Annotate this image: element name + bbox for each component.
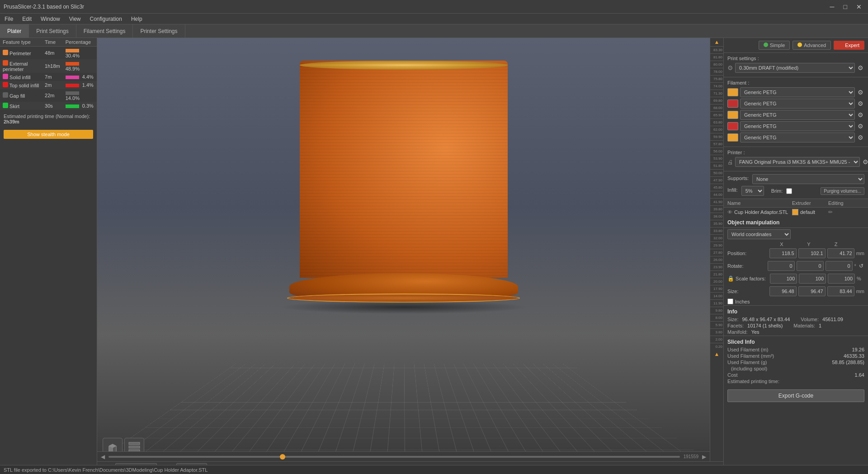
size-y-input[interactable] [798,286,826,296]
export-gcode-btn[interactable]: Export G-code [727,389,864,402]
close-btn[interactable]: ✕ [854,2,864,11]
filament-select-0[interactable]: Generic PETG [740,87,855,97]
print-settings-label: Print settings : [727,56,864,61]
filament-edit-btn-4[interactable]: ⚙ [857,133,864,142]
rotate-reset-btn[interactable]: ↺ [858,262,864,270]
position-z-input[interactable] [827,248,854,258]
ruler-mark: 63.80 [710,118,723,126]
ruler-right: ▲ 83.3081.8080.0078.0075.8074.0071.3069.… [710,38,723,461]
stats-table: Feature type Time Percentage Perimeter 4… [0,38,97,110]
print-settings-edit-btn[interactable]: ⚙ [857,63,864,72]
sliced-cost-key: Cost [727,372,738,378]
minimize-btn[interactable]: ─ [827,2,837,11]
scale-y-input[interactable] [799,274,826,284]
menu-file[interactable]: File [0,14,18,24]
mode-bar: Simple Advanced Expert [724,38,868,53]
position-label: Position: [727,251,768,256]
viewport[interactable]: ▲ 83.3081.8080.0078.0075.8074.0071.3069.… [97,38,723,474]
slider-right-arrow[interactable]: ▶ [702,454,706,460]
supports-select[interactable]: None Normal [752,174,864,184]
ruler-up-arrow[interactable]: ▲ [710,38,723,46]
edit-icon[interactable]: ✏ [828,209,833,215]
stat-color-dot [3,50,8,55]
stats-row: Solid infill 7m 4.4% [0,73,97,81]
sliced-cost-row: Cost 1.64 [727,372,864,378]
slider-thumb[interactable] [280,454,285,460]
ruler-mark: 78.00 [710,68,723,75]
lock-icon[interactable]: 🔒 [727,275,734,282]
menu-view[interactable]: View [65,14,85,24]
filament-color-2[interactable] [727,111,738,119]
info-materials-val: 1 [819,323,821,328]
info-size-val: 96.48 x 96.47 x 83.44 [742,317,790,322]
cup-model [300,61,508,323]
menu-configuration[interactable]: Configuration [85,14,127,24]
tab-print-settings[interactable]: Print Settings [29,24,76,38]
menu-window[interactable]: Window [36,14,65,24]
sliced-header: Sliced Info [724,336,868,346]
printer-edit-btn[interactable]: ⚙ [862,157,868,166]
filament-color-3[interactable] [727,122,738,130]
filament-select-4[interactable]: Generic PETG [740,133,855,142]
print-settings-select[interactable]: 0.30mm DRAFT (modified) [735,63,855,73]
rotate-unit: ° [854,263,856,269]
stat-time-cell: 1h18m [42,59,63,73]
position-y-input[interactable] [798,248,826,258]
ruler-mark: 44.00 [710,191,723,198]
ruler-mark: 56.00 [710,147,723,155]
filament-select-2[interactable]: Generic PETG [740,110,855,120]
ruler-mark: 20.00 [710,278,723,285]
stat-color-dot [3,60,8,66]
rotate-x-input[interactable] [768,261,795,271]
ruler-mark: 27.80 [710,249,723,256]
infill-select[interactable]: 5% 10% 20% [741,186,764,196]
mode-simple-btn[interactable]: Simple [759,41,790,50]
rotate-y-input[interactable] [797,261,824,271]
scale-z-input[interactable] [828,274,855,284]
info-content: Size: 96.48 x 96.47 x 83.44 Volume: 4561… [724,316,868,336]
tab-filament-settings[interactable]: Filament Settings [76,24,133,38]
slider-left-arrow[interactable]: ◀ [101,454,105,460]
sliced-g-row: Used Filament (g) 58.85 (288.85) [727,360,864,365]
print-time-label: Estimated printing time (Normal mode): [4,114,90,119]
printer-select[interactable]: FANG Original Prusa i3 MK3S & MK3S+ MMU2… [735,157,860,167]
tab-plater[interactable]: Plater [0,24,29,38]
inches-checkbox[interactable] [727,299,733,304]
info-facets-row: Facets: 10174 (1 shells) Materials: 1 [727,323,864,328]
slider-value: 191559 [684,454,698,459]
coord-system-select[interactable]: World coordinates Instance coordinates [727,229,791,239]
cylinder-lines [300,61,508,278]
slider-track[interactable] [108,456,680,458]
filament-color-0[interactable] [727,88,738,96]
obj-editing-cell[interactable]: ✏ [828,209,864,215]
filament-edit-btn-3[interactable]: ⚙ [857,122,864,131]
filament-select-1[interactable]: Generic PETG [740,99,855,109]
tab-printer-settings[interactable]: Printer Settings [133,24,185,38]
filament-edit-btn-1[interactable]: ⚙ [857,99,864,108]
sliced-spool-row: (including spool) [727,366,864,371]
eye-icon[interactable]: 👁 [727,209,732,215]
scale-row: 🔒 Scale factors: % [724,272,868,285]
rotate-z-input[interactable] [826,261,853,271]
scale-x-input[interactable] [770,274,797,284]
obj-extruder-cell: default [792,209,828,215]
filament-color-1[interactable] [727,100,738,108]
menu-help[interactable]: Help [127,14,147,24]
menu-edit[interactable]: Edit [18,14,36,24]
ruler-mark: 69.80 [710,97,723,104]
object-row[interactable]: 👁 Cup Holder Adaptor.STL default ✏ [724,208,868,217]
ruler-down-arrow[interactable]: ▲ [710,350,723,358]
brim-checkbox[interactable] [786,188,792,194]
maximize-btn[interactable]: □ [841,2,850,11]
filament-edit-btn-2[interactable]: ⚙ [857,110,864,119]
mode-advanced-btn[interactable]: Advanced [793,41,831,50]
filament-select-3[interactable]: Generic PETG [740,121,855,131]
size-x-input[interactable] [769,286,797,296]
purging-btn[interactable]: Purging volumes... [821,187,864,195]
mode-expert-btn[interactable]: Expert [834,41,864,50]
filament-edit-btn-0[interactable]: ⚙ [857,88,864,97]
size-z-input[interactable] [827,286,854,296]
position-x-input[interactable] [769,248,797,258]
filament-color-4[interactable] [727,133,738,142]
stealth-mode-btn[interactable]: Show stealth mode [4,130,93,139]
